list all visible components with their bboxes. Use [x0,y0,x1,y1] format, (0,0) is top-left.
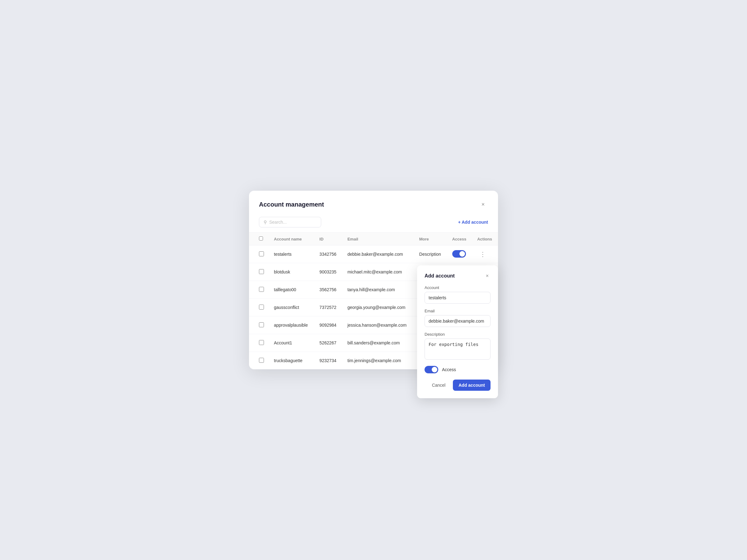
row-account-name: trucksbaguette [269,352,314,370]
main-modal-header: Account management × [249,191,498,214]
row-id: 3342756 [314,245,342,263]
row-email: tim.jennings@example.com [342,352,414,370]
row-id: 9003235 [314,263,342,281]
account-label: Account [424,285,491,290]
access-label: Access [442,367,456,372]
modals-container: Account management × ⚲ + Add account [249,191,498,369]
row-checkbox[interactable] [259,251,264,256]
th-actions: Actions [472,233,498,245]
row-checkbox-cell [249,263,269,281]
row-checkbox-cell [249,352,269,370]
th-account-name: Account name [269,233,314,245]
account-input[interactable] [424,292,491,304]
access-toggle[interactable] [424,366,438,373]
row-checkbox-cell [249,316,269,334]
row-more: Description [414,245,447,263]
row-checkbox-cell [249,299,269,316]
th-id: ID [314,233,342,245]
main-modal-close-button[interactable]: × [478,199,488,209]
toggle-slider [424,366,438,373]
table-header: Account name ID Email More Access Action… [249,233,498,245]
row-email: debbie.baker@example.com [342,245,414,263]
row-id: 3562756 [314,281,342,299]
row-email: michael.mitc@example.com [342,263,414,281]
table-row: testalerts 3342756 debbie.baker@example.… [249,245,498,263]
search-icon: ⚲ [264,220,267,224]
row-account-name: Account1 [269,334,314,352]
more-actions-button[interactable]: ⋮ [477,250,488,259]
description-textarea[interactable] [424,339,491,359]
row-id: 7372572 [314,299,342,316]
th-checkbox [249,233,269,245]
row-id: 9232734 [314,352,342,370]
main-modal-title: Account management [259,201,324,208]
email-field-group: Email [424,309,491,327]
row-access-cell [447,245,472,263]
toolbar-row: ⚲ + Add account [249,214,498,232]
row-email: tanya.hill@example.com [342,281,414,299]
row-id: 5262267 [314,334,342,352]
row-checkbox[interactable] [259,287,264,292]
row-account-name: approvalplausible [269,316,314,334]
row-id: 9092984 [314,316,342,334]
cancel-button[interactable]: Cancel [428,380,449,390]
search-box: ⚲ [259,217,321,228]
access-row: Access [424,366,491,373]
row-access-toggle[interactable] [452,250,466,258]
panel-actions: Cancel Add account [424,379,491,391]
page-background: Account management × ⚲ + Add account [0,0,747,560]
row-checkbox[interactable] [259,340,264,345]
row-checkbox-cell [249,334,269,352]
th-access: Access [447,233,472,245]
email-label: Email [424,309,491,313]
row-email: georgia.young@example.com [342,299,414,316]
panel-title: Add account [424,273,455,279]
row-checkbox[interactable] [259,358,264,363]
row-account-name: blotdusk [269,263,314,281]
row-actions-cell: ⋮ [472,245,498,263]
row-checkbox-cell [249,245,269,263]
account-field-group: Account [424,285,491,304]
search-input[interactable] [269,220,316,224]
th-email: Email [342,233,414,245]
row-checkbox[interactable] [259,322,264,327]
row-account-name: talllegato00 [269,281,314,299]
select-all-checkbox[interactable] [259,236,263,240]
description-field-group: Description [424,332,491,361]
email-input[interactable] [424,315,491,327]
toggle-slider [452,250,466,258]
row-checkbox-cell [249,281,269,299]
panel-header: Add account × [424,273,491,279]
submit-add-account-button[interactable]: Add account [453,379,491,391]
th-more: More [414,233,447,245]
row-checkbox[interactable] [259,304,264,310]
row-email: bill.sanders@example.com [342,334,414,352]
description-label: Description [424,332,491,337]
add-account-button[interactable]: + Add account [458,220,488,224]
add-account-panel: Add account × Account Email Description [417,265,498,398]
row-account-name: testalerts [269,245,314,263]
row-account-name: gaussconflict [269,299,314,316]
panel-close-button[interactable]: × [484,273,491,279]
row-checkbox[interactable] [259,269,264,274]
row-email: jessica.hanson@example.com [342,316,414,334]
